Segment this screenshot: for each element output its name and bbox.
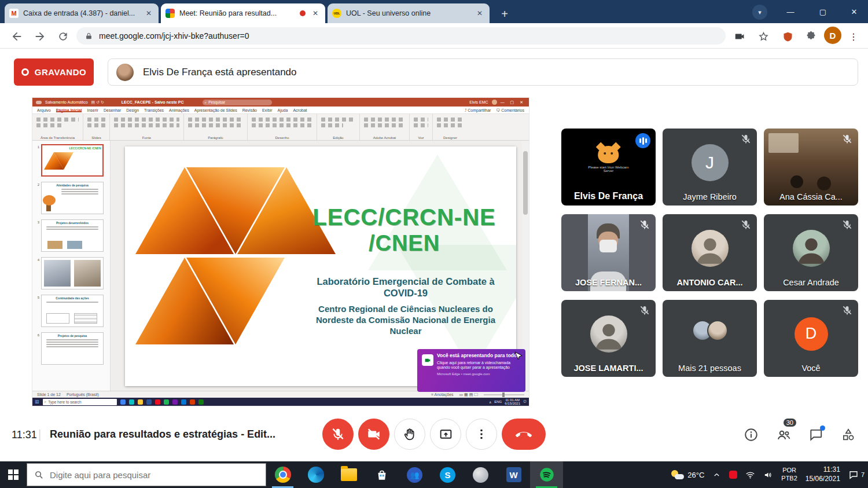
taskbar-teams-icon[interactable]: 👥 [398,461,431,488]
browser-menu-icon[interactable]: ⋮ [846,29,861,44]
participant-tile-you[interactable]: D Você [764,300,858,377]
ppt-group-label: Voz [410,136,432,140]
ppt-group-label: Designer [433,136,468,140]
participant-tile-overflow[interactable]: Mais 21 pessoas [663,300,757,377]
taskbar-search-input[interactable] [50,470,241,480]
taskbar-word-icon[interactable]: W [497,461,530,488]
tab-close-icon[interactable]: ✕ [475,8,485,19]
ppt-tab-acrobat: Acrobat [293,108,307,112]
tab-uol[interactable]: UOL UOL - Seu universo online ✕ [328,3,490,23]
more-options-button[interactable] [466,419,497,450]
window-close-button[interactable]: ✕ [840,0,868,23]
recording-dot-icon [21,68,29,76]
ppt-zoom-slider [484,394,524,395]
new-tab-button[interactable]: + [496,6,513,22]
ppt-comments-button: 🗨 Comentários [496,108,524,112]
participant-tile-antonio[interactable]: ANTONIO CAR... [663,214,757,291]
shared-app-icon [190,399,195,405]
lock-icon [84,32,93,41]
slide-title-line1: LECC/CRCN-NE [296,204,513,230]
recording-badge: GRAVANDO [14,58,94,86]
taskbar-spotify-icon[interactable] [530,461,563,488]
language-indicator[interactable]: PORPTB2 [781,467,797,483]
hang-up-button[interactable] [502,419,546,450]
window-minimize-button[interactable]: — [775,0,806,23]
ppt-quick-icons: ▤ ↺ ↻ [91,100,104,105]
present-screen-button[interactable] [430,419,461,450]
letter-avatar: D [795,317,828,351]
windows-logo-icon [8,469,19,480]
raise-hand-button[interactable] [394,419,425,450]
taskbar-store-icon[interactable] [365,461,398,488]
mic-off-icon [740,219,752,230]
refresh-button[interactable] [56,29,71,44]
participant-tile-jayme[interactable]: J Jayme Ribeiro [663,129,757,206]
taskbar-explorer-icon[interactable] [332,461,365,488]
taskbar-chrome-icon[interactable] [266,461,299,488]
overlay-body: Clique aqui para retornar à videochamada… [437,361,521,370]
ppt-notes-toggle: ≡ Anotações [431,392,454,397]
ppt-group-label: Área de Transferência [32,136,83,140]
mic-toggle-button[interactable] [322,419,354,450]
taskbar-paint3d-icon[interactable] [464,461,497,488]
participant-name: Mais 21 pessoas [663,364,757,373]
action-center-button[interactable]: 7 [848,469,865,480]
taskbar-edge-icon[interactable] [299,461,332,488]
window-maximize-button[interactable]: ▢ [808,0,838,23]
presenter-banner: Elvis De França está apresentando [108,58,858,86]
participant-grid: Please start Iriun Webcam Server Elvis D… [561,129,858,377]
slide-subtitle1: Laboratório Emergencial de Combate à COV… [301,276,510,299]
photo-avatar [793,230,830,267]
tray-antivirus-icon[interactable] [729,471,737,479]
activities-button[interactable] [840,427,856,443]
tray-expand-chevron-icon[interactable] [712,471,721,479]
tab-gmail[interactable]: M Caixa de entrada (4.387) - daniel... ✕ [5,3,159,23]
browser-tab-strip: M Caixa de entrada (4.387) - daniel... ✕… [0,0,868,23]
tab-close-icon[interactable]: ✕ [310,8,321,19]
slide-thumbnail: 6 Projetos de pesquisa [35,332,108,365]
tab-camera-indicator-icon[interactable] [733,29,748,44]
mic-off-icon [740,133,752,145]
camera-toggle-button[interactable] [358,419,389,450]
divider: | [38,428,41,441]
mic-off-icon [841,133,853,145]
temperature-label: 26°C [687,471,704,479]
wifi-icon[interactable] [745,470,755,480]
tab-search-chevron-icon[interactable]: ▾ [752,5,767,20]
adblock-shield-icon[interactable] [780,29,795,44]
shared-app-icon [198,399,204,405]
participant-name: Elvis De França [561,191,656,201]
participant-tile-cesar[interactable]: Cesar Andrade [764,214,858,291]
meeting-details-button[interactable] [743,427,759,443]
ppt-autosave-toggle [36,101,42,104]
back-button[interactable] [9,29,24,44]
shared-app-icon [155,399,160,405]
weather-widget[interactable]: 26°C [671,470,704,479]
taskbar-skype-icon[interactable]: S [431,461,464,488]
ppt-tab-inserir: Inserir [87,108,98,112]
ppt-account-name: Elvis EMC [469,100,488,104]
participant-tile-ana[interactable]: Ana Cássia Ca... [764,129,858,206]
taskbar-search[interactable] [27,463,266,486]
participant-name: Ana Cássia Ca... [764,192,858,201]
forward-button[interactable] [32,29,47,44]
participants-button[interactable]: 30 [775,427,792,443]
tray-clock[interactable]: 11:3115/06/2021 [806,465,840,483]
address-bar[interactable]: meet.google.com/jcj-xhiv-bke?authuser=0 [76,27,726,45]
chat-button[interactable] [808,427,824,443]
start-button[interactable] [0,461,27,488]
participant-tile-elvis[interactable]: Please start Iriun Webcam Server Elvis D… [561,129,656,206]
extensions-puzzle-icon[interactable] [803,29,818,44]
ppt-account-avatar [492,100,497,105]
tab-close-icon[interactable]: ✕ [144,8,154,19]
participant-tile-jose-fernan[interactable]: JOSE FERNAN... [561,214,656,291]
volume-icon[interactable] [763,470,773,480]
participant-tile-jose-lamarti[interactable]: JOSE LAMARTI... [561,300,656,377]
overflow-avatars [692,320,728,341]
ppt-window-title: LECC_FACEPE - Salvo neste PC [122,100,184,104]
browser-profile-avatar[interactable]: D [824,27,841,44]
tab-meet[interactable]: Meet: Reunião para resultad... ✕ [161,3,325,23]
bookmark-star-icon[interactable] [756,29,771,44]
mouse-cursor-icon [514,351,523,361]
photo-avatar [590,315,627,353]
